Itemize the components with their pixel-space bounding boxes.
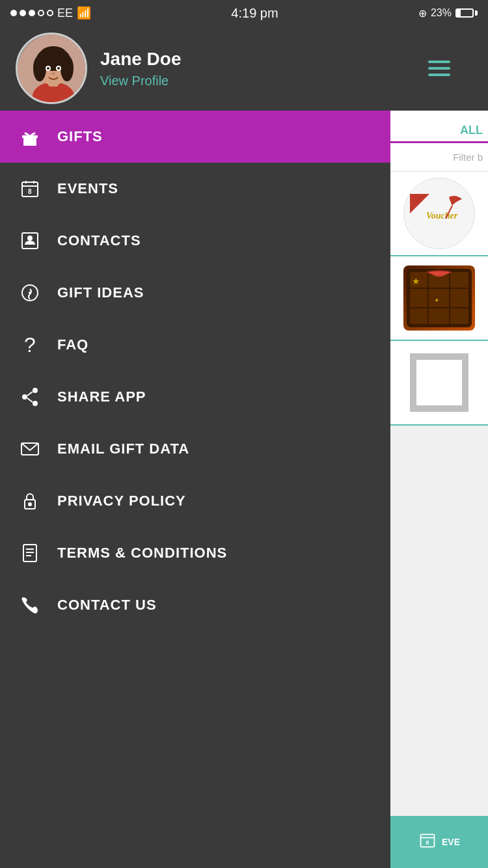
status-bar: EE 📶 4:19 pm ⊕ 23% (0, 0, 488, 26)
all-tab-label[interactable]: ALL (460, 124, 483, 141)
gifts-label: GIFTS (57, 128, 103, 145)
profile-info: Jane Doe View Profile (100, 49, 182, 88)
contacts-icon (16, 226, 44, 255)
svg-rect-15 (29, 135, 31, 146)
hamburger-menu-icon[interactable] (428, 61, 450, 76)
svg-point-27 (33, 401, 38, 406)
events-icon: 8 (16, 174, 44, 203)
sidebar-item-gift-ideas[interactable]: GIFT IDEAS (0, 267, 390, 319)
svg-point-24 (29, 292, 31, 294)
svg-text:✦: ✦ (434, 297, 439, 304)
dot3 (29, 10, 35, 16)
phone-icon (16, 591, 44, 619)
gift-ideas-label: GIFT IDEAS (57, 284, 144, 301)
email-gift-data-label: EMAIL GIFT DATA (57, 441, 189, 457)
svg-point-10 (47, 67, 49, 70)
sidebar: Jane Doe View Profile GIFTS (0, 26, 390, 868)
sidebar-item-contacts[interactable]: CONTACTS (0, 215, 390, 267)
battery-percent: 23% (431, 7, 452, 19)
status-left: EE 📶 (10, 6, 91, 20)
dot4 (38, 10, 44, 16)
lock-icon (16, 487, 44, 515)
terms-label: TERMS & CONDITIONS (57, 545, 227, 562)
profile-name: Jane Doe (100, 49, 182, 70)
svg-point-7 (40, 46, 66, 62)
sidebar-item-email-gift-data[interactable]: EMAIL GIFT DATA (0, 423, 390, 475)
privacy-policy-label: PRIVACY POLICY (57, 493, 186, 509)
frame-image (410, 353, 468, 412)
list-item[interactable] (390, 341, 488, 426)
email-icon (16, 435, 44, 463)
battery-icon (455, 8, 478, 18)
sidebar-item-contact-us[interactable]: CONTACT US (0, 579, 390, 631)
svg-text:Voucher: Voucher (426, 211, 458, 221)
list-item[interactable]: Voucher (390, 172, 488, 256)
sidebar-item-share-app[interactable]: SHARE APP (0, 371, 390, 423)
chocolates-image: ★ ✦ (403, 265, 475, 331)
sidebar-item-faq[interactable]: ? FAQ (0, 319, 390, 371)
faq-icon: ? (16, 331, 44, 359)
carrier-label: EE (57, 7, 73, 20)
signal-dots (10, 10, 53, 16)
sidebar-item-privacy-policy[interactable]: PRIVACY POLICY (0, 475, 390, 527)
filter-text: Filter b (453, 152, 483, 163)
svg-text:8: 8 (28, 188, 32, 195)
view-profile-link[interactable]: View Profile (100, 74, 182, 88)
svg-point-32 (29, 503, 31, 506)
svg-point-11 (57, 67, 60, 70)
svg-text:★: ★ (412, 276, 420, 286)
lock-icon: ⊕ (418, 7, 427, 20)
share-icon (16, 383, 44, 411)
svg-point-26 (22, 394, 27, 400)
voucher-image: Voucher (403, 178, 475, 249)
events-bottom-icon: 8 (418, 831, 437, 853)
contacts-label: CONTACTS (57, 232, 141, 249)
terms-icon (16, 539, 44, 567)
sidebar-item-gifts[interactable]: GIFTS (0, 111, 390, 163)
wifi-icon: 📶 (77, 6, 91, 20)
list-item[interactable]: ★ ✦ (390, 256, 488, 341)
profile-section: Jane Doe View Profile (0, 26, 390, 111)
dot5 (47, 10, 53, 16)
status-right: ⊕ 23% (418, 7, 478, 20)
svg-point-12 (51, 72, 55, 75)
filter-bar: Filter b (390, 143, 488, 172)
right-tab-bar: ALL (390, 111, 488, 143)
svg-point-25 (33, 388, 38, 393)
bottom-tab-bar[interactable]: 8 EVE (390, 816, 488, 868)
sidebar-item-events[interactable]: 8 EVENTS (0, 163, 390, 215)
right-panel: ALL Filter b Voucher (390, 26, 488, 868)
dot2 (20, 10, 26, 16)
svg-line-28 (27, 392, 33, 396)
faq-label: FAQ (57, 336, 88, 353)
svg-line-29 (27, 398, 33, 402)
bottom-tab-label: EVE (442, 837, 460, 847)
right-header (390, 26, 488, 111)
status-time: 4:19 pm (231, 6, 278, 21)
events-label: EVENTS (57, 180, 118, 197)
svg-point-22 (27, 236, 33, 241)
avatar (16, 33, 87, 104)
contact-us-label: CONTACT US (57, 597, 157, 614)
gift-icon (16, 122, 44, 151)
svg-text:8: 8 (426, 839, 429, 846)
gift-ideas-icon (16, 278, 44, 307)
main-layout: Jane Doe View Profile GIFTS (0, 26, 488, 868)
share-app-label: SHARE APP (57, 388, 146, 405)
sidebar-item-terms-conditions[interactable]: TERMS & CONDITIONS (0, 527, 390, 579)
gift-items-list: Voucher (390, 172, 488, 520)
dot1 (10, 10, 17, 16)
